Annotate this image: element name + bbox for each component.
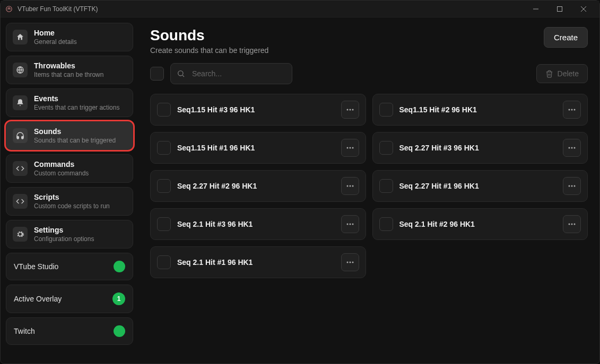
svg-line-7 <box>182 75 184 77</box>
sidebar-item-sub: Configuration options <box>34 235 94 243</box>
close-button[interactable] <box>571 2 595 16</box>
bell-icon <box>13 95 28 110</box>
status-label: VTube Studio <box>14 262 58 271</box>
svg-point-32 <box>346 262 348 263</box>
sound-card[interactable]: Seq1.15 Hit #3 96 HK1 <box>150 94 366 126</box>
sound-checkbox[interactable] <box>157 217 171 231</box>
svg-point-33 <box>349 262 351 263</box>
create-button[interactable]: Create <box>544 27 588 48</box>
sound-checkbox[interactable] <box>379 217 393 231</box>
svg-point-20 <box>346 185 348 187</box>
sidebar-item-label: Settings <box>34 226 94 234</box>
svg-point-18 <box>571 147 573 149</box>
more-icon <box>346 223 354 225</box>
more-icon <box>346 109 354 111</box>
status-badge: 1 <box>112 292 125 305</box>
more-icon <box>568 185 576 187</box>
sidebar-item-sub: Items that can be thrown <box>34 71 103 78</box>
sidebar-item-sounds[interactable]: SoundsSounds that can be triggered <box>6 121 133 150</box>
sound-checkbox[interactable] <box>157 255 171 269</box>
svg-point-23 <box>569 185 570 187</box>
svg-point-29 <box>569 224 570 225</box>
svg-point-15 <box>349 147 351 149</box>
svg-point-27 <box>349 224 351 225</box>
sound-card[interactable]: Seq 2.1 Hit #3 96 HK1 <box>150 208 366 240</box>
sound-checkbox[interactable] <box>379 179 393 193</box>
sound-card[interactable]: Seq 2.27 Hit #2 96 HK1 <box>150 170 366 202</box>
sound-name: Seq 2.27 Hit #2 96 HK1 <box>177 182 335 190</box>
more-button[interactable] <box>341 177 359 195</box>
gear-icon <box>13 227 28 242</box>
status-item-vtube[interactable]: VTube Studio <box>6 253 133 280</box>
svg-point-12 <box>571 109 573 111</box>
page-subtitle: Create sounds that can be triggered <box>150 46 268 55</box>
sidebar-item-commands[interactable]: CommandsCustom commands <box>6 154 133 183</box>
svg-point-9 <box>349 109 351 111</box>
sidebar-item-scripts[interactable]: ScriptsCustom code scripts to run <box>6 187 133 216</box>
sound-checkbox[interactable] <box>157 103 171 117</box>
sound-name: Seq 2.27 Hit #3 96 HK1 <box>399 144 557 152</box>
sound-name: Seq 2.1 Hit #3 96 HK1 <box>177 220 335 228</box>
svg-point-14 <box>346 147 348 149</box>
select-all-checkbox[interactable] <box>150 67 164 81</box>
sidebar-item-home[interactable]: HomeGeneral details <box>6 23 133 51</box>
sound-card[interactable]: Seq 2.27 Hit #1 96 HK1 <box>372 170 588 202</box>
sidebar-item-label: Events <box>34 94 119 103</box>
sound-name: Seq1.15 Hit #1 96 HK1 <box>177 144 335 152</box>
more-button[interactable] <box>341 215 359 233</box>
status-dot <box>114 261 125 272</box>
status-item-twitch[interactable]: Twitch <box>6 317 133 345</box>
status-item-overlay[interactable]: Active Overlay1 <box>6 285 133 313</box>
sidebar-item-sub: Events that can trigger actions <box>34 104 119 111</box>
more-button[interactable] <box>563 177 581 195</box>
sidebar-item-label: Sounds <box>34 127 116 136</box>
status-label: Twitch <box>14 327 35 335</box>
svg-point-30 <box>571 224 573 225</box>
more-button[interactable] <box>563 101 581 119</box>
sound-name: Seq 2.27 Hit #1 96 HK1 <box>399 182 557 190</box>
sound-card[interactable]: Seq 2.1 Hit #2 96 HK1 <box>372 208 588 240</box>
maximize-button[interactable] <box>547 2 571 16</box>
home-icon <box>13 30 28 45</box>
sidebar-item-label: Throwables <box>34 61 103 70</box>
delete-button[interactable]: Delete <box>536 64 588 83</box>
sound-name: Seq 2.1 Hit #1 96 HK1 <box>177 258 335 267</box>
sound-checkbox[interactable] <box>157 141 171 155</box>
svg-point-11 <box>569 109 570 111</box>
sound-checkbox[interactable] <box>379 141 393 155</box>
more-button[interactable] <box>341 139 359 157</box>
sound-checkbox[interactable] <box>157 179 171 193</box>
search-input[interactable] <box>170 63 292 84</box>
more-icon <box>346 261 354 263</box>
more-button[interactable] <box>341 253 359 271</box>
svg-rect-2 <box>557 6 562 11</box>
svg-point-10 <box>352 109 353 111</box>
status-label: Active Overlay <box>14 295 62 303</box>
sound-name: Seq 2.1 Hit #2 96 HK1 <box>399 220 557 228</box>
sidebar-item-sub: Custom commands <box>34 170 89 177</box>
headphones-icon <box>13 128 28 143</box>
svg-point-26 <box>346 224 348 225</box>
sound-name: Seq1.15 Hit #2 96 HK1 <box>399 105 557 114</box>
sound-card[interactable]: Seq1.15 Hit #2 96 HK1 <box>372 94 588 126</box>
ball-icon <box>13 63 28 77</box>
sidebar-item-events[interactable]: EventsEvents that can trigger actions <box>6 88 133 117</box>
sound-card[interactable]: Seq 2.27 Hit #3 96 HK1 <box>372 132 588 164</box>
sound-card[interactable]: Seq 2.1 Hit #1 96 HK1 <box>150 246 366 278</box>
search-icon <box>177 69 185 78</box>
sidebar: HomeGeneral detailsThrowablesItems that … <box>1 17 138 363</box>
sidebar-item-throwables[interactable]: ThrowablesItems that can be thrown <box>6 56 133 84</box>
sound-card[interactable]: Seq1.15 Hit #1 96 HK1 <box>150 132 366 164</box>
more-button[interactable] <box>563 139 581 157</box>
main-content: Sounds Create sounds that can be trigger… <box>138 17 599 363</box>
minimize-button[interactable] <box>524 2 547 16</box>
svg-point-22 <box>352 185 353 187</box>
more-button[interactable] <box>341 101 359 119</box>
sidebar-item-label: Home <box>34 29 77 37</box>
sound-name: Seq1.15 Hit #3 96 HK1 <box>177 105 335 114</box>
svg-point-31 <box>574 224 576 225</box>
titlebar: VTuber Fun ToolKit (VTFTK) <box>1 1 599 17</box>
more-button[interactable] <box>563 215 581 233</box>
sidebar-item-settings[interactable]: SettingsConfiguration options <box>6 220 133 248</box>
sound-checkbox[interactable] <box>379 103 393 117</box>
